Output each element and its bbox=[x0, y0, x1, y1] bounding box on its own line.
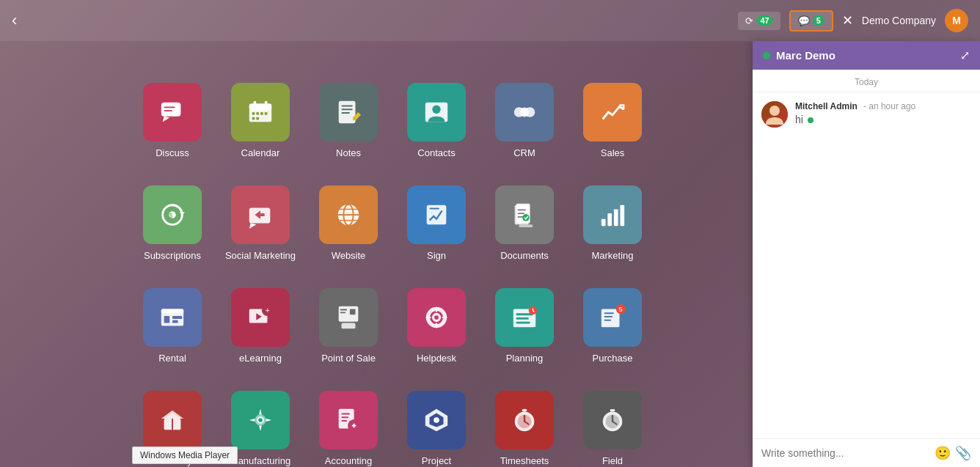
svg-rect-40 bbox=[518, 216, 524, 218]
app-icon-sales bbox=[583, 83, 642, 141]
clock-icon: ⟳ bbox=[745, 15, 753, 26]
svg-rect-78 bbox=[604, 316, 612, 317]
app-icon-purchase: 5 bbox=[583, 288, 642, 347]
svg-rect-8 bbox=[252, 112, 255, 115]
app-label-rental: Rental bbox=[158, 353, 186, 364]
svg-rect-92 bbox=[342, 416, 349, 418]
attachment-icon[interactable]: 📎 bbox=[955, 445, 971, 461]
app-item-timesheets[interactable]: Timesheets bbox=[484, 371, 565, 466]
app-item-sign[interactable]: Sign bbox=[396, 166, 477, 261]
app-icon-field bbox=[583, 391, 642, 449]
chat-header: Marc Demo ⤢ bbox=[753, 41, 980, 70]
app-label-documents: Documents bbox=[500, 250, 549, 261]
topbar-right: ⟳ 47 💬 5 ✕ Demo Company M bbox=[738, 9, 968, 32]
chat-msg-sender: Mitchell Admin bbox=[795, 101, 858, 111]
clock-button[interactable]: ⟳ 47 bbox=[738, 12, 780, 30]
svg-rect-77 bbox=[604, 312, 614, 314]
app-item-socialmarketing[interactable]: Social Marketing bbox=[220, 166, 301, 261]
app-icon-website bbox=[319, 185, 378, 244]
app-item-notes[interactable]: Notes bbox=[308, 63, 389, 158]
svg-point-41 bbox=[522, 214, 530, 221]
svg-rect-9 bbox=[256, 112, 259, 115]
app-item-helpdesk[interactable]: Helpdesk bbox=[396, 268, 477, 364]
app-label-website: Website bbox=[332, 250, 366, 261]
chat-button[interactable]: 💬 5 bbox=[789, 10, 833, 32]
svg-rect-15 bbox=[342, 106, 353, 107]
app-item-calendar[interactable]: Calendar bbox=[220, 63, 301, 158]
app-item-accounting[interactable]: Accounting bbox=[308, 371, 389, 466]
chat-msg-time: - an hour ago bbox=[863, 101, 915, 111]
svg-rect-93 bbox=[342, 420, 348, 422]
app-label-purchase: Purchase bbox=[593, 353, 633, 364]
emoji-icon[interactable]: 🙂 bbox=[935, 445, 951, 461]
app-icon-manufacturing bbox=[231, 391, 290, 449]
app-label-contacts: Contacts bbox=[417, 147, 455, 158]
chat-icon: 💬 bbox=[798, 15, 810, 26]
app-label-pointofsale: Point of Sale bbox=[321, 353, 376, 364]
app-item-subscriptions[interactable]: $Subscriptions bbox=[132, 166, 213, 261]
svg-rect-5 bbox=[249, 104, 271, 111]
app-item-crm[interactable]: CRM bbox=[484, 63, 565, 158]
svg-point-62 bbox=[434, 315, 439, 320]
close-button[interactable]: ✕ bbox=[842, 12, 853, 29]
topbar-left: ‹ bbox=[12, 12, 17, 29]
chat-msg-text: hi bbox=[795, 114, 971, 125]
svg-rect-42 bbox=[601, 219, 606, 227]
app-label-timesheets: Timesheets bbox=[500, 455, 549, 466]
avatar[interactable]: M bbox=[945, 9, 968, 32]
app-label-sales: Sales bbox=[601, 147, 625, 158]
chat-input-bar: 🙂 📎 bbox=[753, 438, 980, 467]
app-label-helpdesk: Helpdesk bbox=[417, 353, 456, 364]
app-item-field[interactable]: Field bbox=[572, 371, 653, 466]
svg-rect-34 bbox=[430, 208, 439, 210]
app-label-project: Project bbox=[422, 455, 451, 466]
online-indicator bbox=[763, 52, 770, 59]
svg-rect-58 bbox=[340, 312, 346, 313]
tooltip-bar: Windows Media Player bbox=[132, 446, 238, 464]
svg-rect-11 bbox=[265, 112, 268, 115]
app-icon-crm bbox=[495, 83, 554, 141]
svg-rect-36 bbox=[519, 224, 533, 227]
app-item-contacts[interactable]: Contacts bbox=[396, 63, 477, 158]
app-item-rental[interactable]: Rental bbox=[132, 268, 213, 364]
app-item-project[interactable]: Project bbox=[396, 371, 477, 466]
svg-rect-47 bbox=[161, 309, 183, 314]
app-label-calendar: Calendar bbox=[241, 147, 280, 158]
app-item-planning[interactable]: Planning bbox=[484, 268, 565, 364]
app-item-pointofsale[interactable]: Point of Sale bbox=[308, 268, 389, 364]
app-item-documents[interactable]: Documents bbox=[484, 166, 565, 261]
svg-rect-74 bbox=[601, 309, 620, 328]
svg-rect-48 bbox=[164, 316, 170, 323]
app-item-marketing[interactable]: Marketing bbox=[572, 166, 653, 261]
svg-rect-39 bbox=[518, 213, 525, 214]
app-item-discuss[interactable]: Discuss bbox=[132, 63, 213, 158]
chat-expand-button[interactable]: ⤢ bbox=[960, 48, 970, 62]
back-button[interactable]: ‹ bbox=[12, 12, 17, 29]
app-label-marketing: Marketing bbox=[591, 250, 633, 261]
chat-msg-content: Mitchell Admin- an hour agohi bbox=[795, 101, 971, 128]
app-item-website[interactable]: Website bbox=[308, 166, 389, 261]
svg-marker-1 bbox=[163, 117, 170, 122]
svg-text:+: + bbox=[266, 306, 270, 315]
svg-rect-70 bbox=[516, 322, 530, 324]
app-item-elearning[interactable]: +eLearning bbox=[220, 268, 301, 364]
svg-rect-56 bbox=[342, 323, 356, 329]
app-item-purchase[interactable]: 5Purchase bbox=[572, 268, 653, 364]
svg-rect-0 bbox=[161, 103, 181, 117]
topbar: ‹ ⟳ 47 💬 5 ✕ Demo Company M bbox=[0, 0, 980, 41]
app-label-crm: CRM bbox=[513, 147, 535, 158]
app-icon-documents bbox=[495, 185, 554, 244]
svg-rect-44 bbox=[614, 209, 618, 226]
chat-date-label: Today bbox=[753, 70, 980, 92]
app-icon-calendar bbox=[231, 83, 290, 141]
app-item-sales[interactable]: Sales bbox=[572, 63, 653, 158]
app-icon-helpdesk bbox=[407, 288, 466, 347]
svg-rect-91 bbox=[342, 413, 350, 415]
svg-rect-12 bbox=[252, 117, 255, 120]
app-icon-timesheets bbox=[495, 391, 554, 449]
chat-input[interactable] bbox=[761, 447, 929, 459]
app-icon-project bbox=[407, 391, 466, 449]
app-icon-discuss bbox=[143, 83, 202, 141]
company-name: Demo Company bbox=[862, 15, 936, 26]
app-icon-elearning: + bbox=[231, 288, 290, 347]
